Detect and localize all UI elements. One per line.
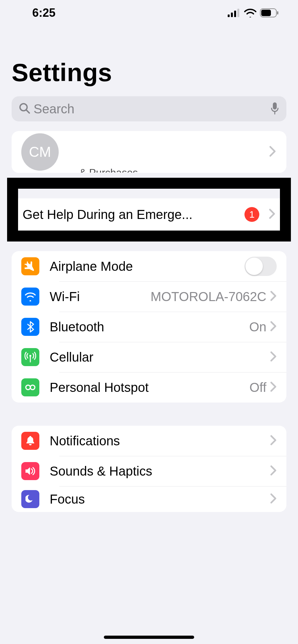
antenna-icon [21, 348, 39, 366]
wifi-icon [21, 288, 39, 306]
wifi-icon [244, 8, 257, 17]
chevron-right-icon [270, 435, 277, 447]
status-time: 6:25 [32, 6, 55, 20]
bluetooth-row[interactable]: Bluetooth On [12, 312, 286, 342]
svg-rect-3 [237, 9, 239, 17]
chevron-right-icon [269, 146, 277, 158]
general-group: Notifications Sounds & Haptics Focus [12, 426, 286, 512]
notifications-label: Notifications [50, 434, 120, 448]
airplane-icon [21, 257, 39, 275]
svg-rect-5 [261, 10, 271, 16]
notification-badge: 1 [244, 207, 259, 222]
chevron-right-icon [270, 321, 277, 333]
svg-rect-9 [273, 102, 277, 109]
profile-subtitle-fragment: & Purchases [79, 167, 176, 173]
emergency-label: Get Help During an Emerge... [23, 207, 244, 222]
sounds-label: Sounds & Haptics [50, 464, 152, 478]
status-icons [228, 8, 279, 17]
bluetooth-icon [21, 318, 39, 336]
status-bar: 6:25 [0, 0, 298, 26]
profile-row[interactable]: CM & Purchases [12, 131, 286, 173]
svg-point-13 [26, 385, 30, 390]
cellular-signal-icon [228, 9, 241, 17]
page-title: Settings [0, 26, 298, 92]
cellular-row[interactable]: Cellular [12, 342, 286, 372]
bluetooth-label: Bluetooth [50, 320, 104, 334]
moon-icon [21, 490, 39, 508]
wifi-value: MOTOROLA-7062C [151, 289, 266, 304]
sounds-row[interactable]: Sounds & Haptics [12, 456, 286, 486]
svg-rect-1 [231, 13, 233, 17]
focus-row[interactable]: Focus [12, 486, 286, 512]
search-input[interactable] [34, 102, 267, 116]
cellular-label: Cellular [50, 350, 94, 365]
home-indicator[interactable] [104, 636, 194, 639]
focus-label: Focus [50, 492, 85, 507]
hotspot-icon [21, 378, 39, 396]
connectivity-group: Airplane Mode Wi-Fi MOTOROLA-7062C Bluet… [12, 251, 286, 402]
emergency-highlight-box: Get Help During an Emerge... 1 [7, 178, 291, 242]
avatar: CM [21, 133, 59, 171]
chevron-right-icon [270, 291, 277, 302]
wifi-label: Wi-Fi [50, 289, 80, 304]
svg-point-14 [30, 385, 35, 390]
bell-icon [21, 432, 39, 450]
hotspot-value: Off [249, 380, 266, 395]
airplane-mode-row[interactable]: Airplane Mode [12, 251, 286, 281]
airplane-label: Airplane Mode [50, 259, 133, 274]
svg-rect-0 [228, 14, 230, 17]
microphone-icon[interactable] [270, 102, 279, 116]
chevron-right-icon [269, 207, 275, 222]
notifications-row[interactable]: Notifications [12, 426, 286, 456]
chevron-right-icon [270, 493, 277, 505]
toggle-knob [245, 258, 263, 275]
emergency-help-row[interactable]: Get Help During an Emerge... 1 [18, 198, 280, 231]
search-bar[interactable] [12, 96, 286, 121]
hotspot-row[interactable]: Personal Hotspot Off [12, 372, 286, 402]
search-icon [19, 102, 30, 115]
chevron-right-icon [270, 382, 277, 393]
profile-card: CM & Purchases [12, 131, 286, 173]
chevron-right-icon [270, 351, 277, 363]
hotspot-label: Personal Hotspot [50, 380, 149, 395]
speaker-icon [21, 462, 39, 480]
svg-rect-6 [277, 11, 278, 14]
wifi-row[interactable]: Wi-Fi MOTOROLA-7062C [12, 281, 286, 312]
svg-line-8 [26, 110, 29, 113]
svg-rect-2 [234, 11, 236, 17]
airplane-toggle[interactable] [244, 257, 277, 276]
bluetooth-value: On [249, 320, 266, 334]
chevron-right-icon [270, 465, 277, 477]
battery-icon [260, 8, 279, 17]
